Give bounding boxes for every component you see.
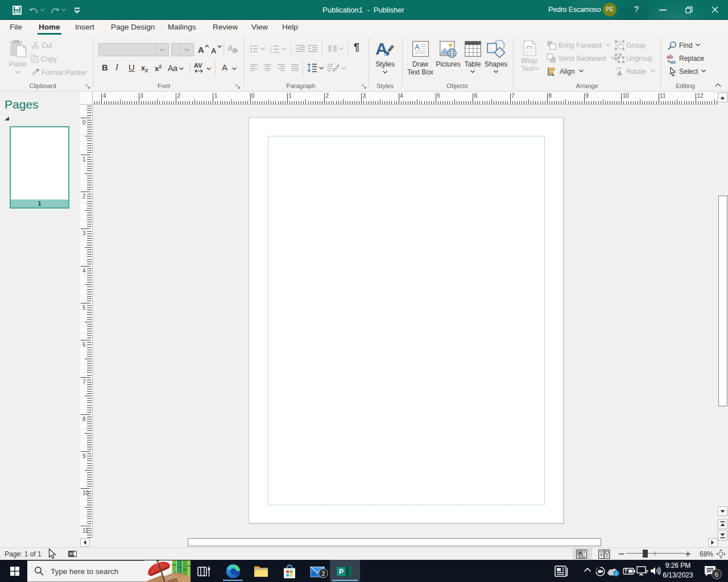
svg-text:3: 3 <box>270 51 272 53</box>
svg-text:AV: AV <box>194 62 202 69</box>
svg-text:XY: XY <box>69 552 75 556</box>
svg-text:P: P <box>339 568 344 576</box>
svg-text:A: A <box>415 43 420 51</box>
svg-text:ac: ac <box>670 59 676 64</box>
